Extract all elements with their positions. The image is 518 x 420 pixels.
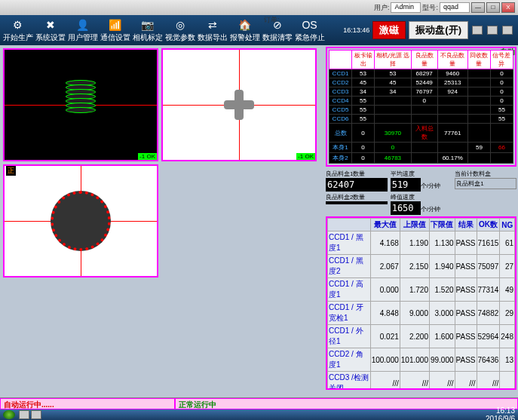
titlebar: 用户: Admin 型号: qqad — □ X bbox=[0, 0, 518, 15]
peakspeed-value: 1650 bbox=[391, 201, 421, 215]
user-value: Admin bbox=[391, 2, 421, 13]
taskbar-time: 16:13 bbox=[486, 406, 515, 415]
camera-panel: -1 OK -1 OK 正 bbox=[0, 45, 324, 400]
toolbar-btn-9[interactable]: OS紧急停止 bbox=[293, 17, 326, 44]
vibrator-button[interactable]: 振动盘(开) bbox=[409, 21, 468, 39]
toolbar-btn-6[interactable]: ⇄数据导出 bbox=[196, 17, 228, 44]
toolbar-btn-4[interactable]: 📷相机标定 bbox=[131, 17, 164, 44]
taskbar: 16:13 2016/9/6 bbox=[0, 409, 518, 420]
cam1-status: -1 OK bbox=[138, 153, 157, 160]
camera-view-2[interactable]: -1 OK bbox=[161, 48, 317, 161]
excite-button[interactable]: 激磁 bbox=[372, 21, 406, 39]
stats-panel: 板卡输出相机/光源 选择良品数量不良品数量回收数量信号差异CCD15353682… bbox=[326, 47, 516, 167]
user-label: 用户: bbox=[374, 3, 390, 13]
toolbar-icon: ⚙ bbox=[11, 17, 26, 32]
toolbar-btn-2[interactable]: 👤用户管理 bbox=[66, 17, 99, 44]
toolbar-btn-7[interactable]: 🏠报警处理 bbox=[228, 17, 261, 44]
toolbar-btn-5[interactable]: ◎视觉参数 bbox=[164, 17, 196, 44]
toolbar-icon: ⇄ bbox=[205, 17, 220, 32]
count2-label: 良品料盒2数量 bbox=[326, 193, 388, 201]
start-button[interactable] bbox=[3, 410, 15, 419]
toolbar-icon: 📶 bbox=[108, 17, 123, 32]
toolbar-icon: ✖ bbox=[43, 17, 58, 32]
model-label: 型号: bbox=[422, 3, 438, 13]
currentbox-label: 当前计数料盒 bbox=[455, 170, 516, 178]
minimize-button[interactable]: — bbox=[471, 2, 485, 13]
tool-icon-3[interactable] bbox=[502, 26, 513, 35]
toolbar: ⚙开始生产✖系统设置👤用户管理📶通信设置📷相机标定◎视觉参数⇄数据导出🏠报警处理… bbox=[0, 15, 518, 45]
tool-icon-2[interactable] bbox=[487, 26, 498, 35]
count2-value bbox=[326, 201, 388, 204]
toolbar-btn-0[interactable]: ⚙开始生产 bbox=[2, 17, 34, 44]
toolbar-icon: 👤 bbox=[75, 17, 90, 32]
status-left: 自动运行中...... bbox=[0, 398, 175, 409]
avgspeed-label: 平均速度 bbox=[391, 170, 452, 178]
data-panel[interactable]: 最大值上限值下限值结果OK数NGCCD1 / 黑度14.1681.1901.13… bbox=[326, 216, 516, 390]
toolbar-btn-3[interactable]: 📶通信设置 bbox=[99, 17, 131, 44]
toolbar-time: 16:13:46 bbox=[343, 26, 369, 34]
toolbar-btn-1[interactable]: ✖系统设置 bbox=[34, 17, 66, 44]
taskbar-date: 2016/9/6 bbox=[486, 415, 515, 420]
status-bar: 自动运行中...... 正常运行中 bbox=[0, 397, 518, 409]
currentbox-value: 良品料盒1 bbox=[455, 178, 516, 189]
count1-value: 62407 bbox=[326, 178, 388, 192]
taskbar-app-1[interactable] bbox=[19, 410, 29, 419]
avgspeed-value: 519 bbox=[391, 178, 421, 192]
order-label: 订单: bbox=[264, 15, 280, 25]
toolbar-icon: OS bbox=[302, 17, 317, 32]
taskbar-app-2[interactable] bbox=[31, 410, 41, 419]
model-value: qqad bbox=[440, 2, 470, 13]
camera-view-3[interactable]: 正 bbox=[3, 164, 158, 277]
close-button[interactable]: X bbox=[501, 2, 515, 13]
cam2-status: -1 OK bbox=[296, 153, 315, 160]
tool-icon-1[interactable] bbox=[472, 26, 483, 35]
toolbar-icon: 📷 bbox=[140, 17, 155, 32]
maximize-button[interactable]: □ bbox=[486, 2, 500, 13]
cam3-label: 正 bbox=[6, 166, 16, 176]
toolbar-icon: 🏠 bbox=[238, 17, 253, 32]
camera-view-1[interactable]: -1 OK bbox=[3, 48, 158, 161]
peakspeed-label: 峰值速度 bbox=[391, 193, 452, 201]
count1-label: 良品料盒1数量 bbox=[326, 170, 388, 178]
toolbar-icon: ◎ bbox=[173, 17, 188, 32]
status-right: 正常运行中 bbox=[175, 398, 518, 409]
